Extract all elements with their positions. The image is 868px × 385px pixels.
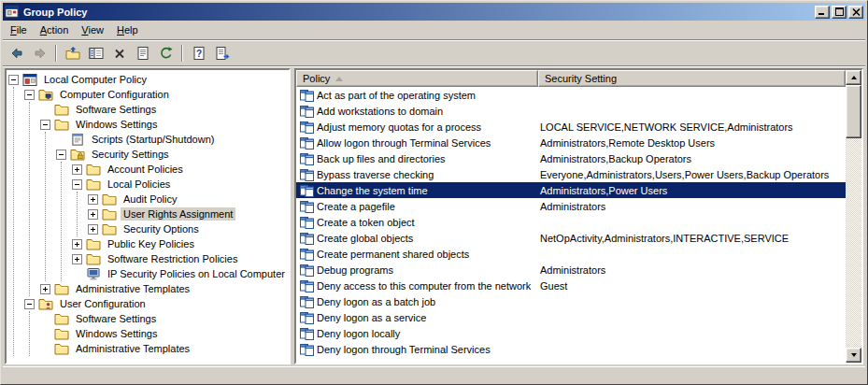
refresh-icon — [159, 46, 174, 61]
tree-item-administrative-templates[interactable]: Administrative Templates — [40, 341, 289, 356]
tree-item-label: Local Policies — [105, 178, 173, 191]
tree-item-local-policies[interactable]: Local Policies — [72, 177, 289, 192]
tree-item-label: Windows Settings — [73, 118, 160, 131]
tree-item-software-settings[interactable]: Software Settings — [40, 102, 289, 117]
tree-item-local-computer-policy[interactable]: Local Computer Policy — [8, 72, 289, 87]
forward-arrow-button[interactable] — [29, 43, 50, 64]
expand-icon[interactable] — [88, 209, 98, 220]
export-list-button[interactable] — [211, 43, 233, 64]
minimize-button[interactable] — [815, 6, 830, 19]
window-title: Group Policy — [21, 7, 811, 18]
main-area: Local Computer PolicyComputer Configurat… — [3, 66, 865, 366]
menu-view[interactable]: View — [75, 21, 110, 38]
tree-item-audit-policy[interactable]: Audit Policy — [88, 192, 289, 207]
policy-cell: Change the system time — [296, 183, 538, 197]
tree-item-software-settings[interactable]: Software Settings — [40, 311, 289, 326]
collapse-icon[interactable] — [56, 150, 66, 160]
column-header-policy[interactable]: Policy — [296, 70, 538, 87]
column-header-policy-label: Policy — [303, 73, 330, 84]
tree-item-label: Computer Configuration — [57, 88, 172, 101]
policy-row-create-permanent-shared-objects[interactable]: Create permanent shared objects — [296, 246, 846, 262]
title-bar[interactable]: Group Policy — [3, 3, 865, 21]
policy-cell: Debug programs — [296, 263, 538, 277]
menu-help[interactable]: Help — [110, 21, 145, 38]
expand-icon[interactable] — [72, 239, 82, 250]
properties-button[interactable] — [132, 43, 153, 64]
back-arrow-button[interactable] — [6, 43, 27, 64]
tree-item-label: Security Settings — [89, 148, 172, 161]
tree-item-security-settings[interactable]: Security Settings — [56, 147, 289, 162]
expand-icon[interactable] — [72, 164, 82, 175]
arrow-up-icon — [851, 76, 857, 79]
policy-row-act-as-part-of-the-operating-system[interactable]: Act as part of the operating system — [296, 87, 846, 103]
tree-item-administrative-templates[interactable]: Administrative Templates — [40, 281, 289, 296]
tree-item-user-configuration[interactable]: User Configuration — [24, 296, 289, 311]
collapse-icon[interactable] — [72, 179, 82, 190]
policy-row-debug-programs[interactable]: Debug programsAdministrators — [296, 262, 846, 278]
policy-row-bypass-traverse-checking[interactable]: Bypass traverse checkingEveryone,Adminis… — [296, 166, 846, 182]
policy-row-create-global-objects[interactable]: Create global objectsNetOpActivity,Admin… — [296, 230, 846, 246]
maximize-button[interactable] — [832, 6, 847, 19]
delete-button[interactable] — [108, 43, 130, 64]
toolbar-separator — [181, 45, 183, 62]
policy-row-create-a-pagefile[interactable]: Create a pagefileAdministrators — [296, 198, 846, 214]
policy-row-deny-logon-through-terminal-services[interactable]: Deny logon through Terminal Services — [296, 341, 846, 357]
expand-icon[interactable] — [40, 284, 50, 294]
policy-row-deny-logon-as-a-batch-job[interactable]: Deny logon as a batch job — [296, 293, 846, 309]
expand-icon[interactable] — [88, 194, 98, 205]
tree-item-security-options[interactable]: Security Options — [88, 221, 289, 236]
tree-item-scripts-startup-shutdown[interactable]: Scripts (Startup/Shutdown) — [56, 132, 289, 147]
tree-item-ip-security-policies-on-local-computer[interactable]: IP Security Policies on Local Computer — [72, 266, 289, 281]
policy-row-deny-logon-locally[interactable]: Deny logon locally — [296, 325, 846, 341]
console-tree: Local Computer PolicyComputer Configurat… — [8, 72, 289, 356]
policy-row-create-a-token-object[interactable]: Create a token object — [296, 214, 846, 230]
collapse-icon[interactable] — [24, 299, 35, 309]
back-arrow-icon — [9, 46, 24, 61]
policy-row-back-up-files-and-directories[interactable]: Back up files and directoriesAdministrat… — [296, 150, 846, 166]
expand-icon[interactable] — [88, 224, 98, 235]
help-button[interactable]: ? — [188, 43, 209, 64]
policy-row-add-workstations-to-domain[interactable]: Add workstations to domain — [296, 103, 846, 119]
scrollbar-down-button[interactable] — [846, 348, 861, 363]
close-button[interactable] — [848, 6, 863, 19]
show-hide-tree-button[interactable] — [85, 43, 107, 64]
collapse-icon[interactable] — [40, 120, 50, 130]
refresh-button[interactable] — [155, 43, 177, 64]
up-level-button[interactable] — [62, 43, 83, 64]
details-pane: Policy Security Setting Act as part of t… — [294, 68, 863, 364]
ipsec-icon — [86, 267, 101, 281]
policy-row-change-the-system-time[interactable]: Change the system timeAdministrators,Pow… — [296, 182, 846, 198]
security-setting-value: Everyone,Administrators,Users,Power User… — [538, 169, 846, 180]
policy-row-allow-logon-through-terminal-services[interactable]: Allow logon through Terminal ServicesAdm… — [296, 135, 846, 150]
policy-row-deny-logon-as-a-service[interactable]: Deny logon as a service — [296, 309, 846, 325]
tree-item-account-policies[interactable]: Account Policies — [72, 162, 289, 177]
policy-cell: Deny logon locally — [296, 326, 538, 340]
policy-cell: Bypass traverse checking — [296, 167, 538, 181]
tree-item-public-key-policies[interactable]: Public Key Policies — [72, 236, 289, 251]
policy-rows: Act as part of the operating systemAdd w… — [296, 87, 846, 363]
tree-item-windows-settings[interactable]: Windows Settings — [40, 117, 289, 132]
delete-icon — [112, 46, 127, 61]
policy-name: Deny logon locally — [317, 328, 400, 339]
menu-action[interactable]: Action — [34, 21, 76, 38]
scrollbar-thumb[interactable] — [846, 85, 861, 138]
folder-user-icon — [38, 297, 53, 311]
policy-cell: Deny access to this computer from the ne… — [296, 278, 538, 292]
tree-item-windows-settings[interactable]: Windows Settings — [40, 326, 289, 341]
expand-icon[interactable] — [72, 254, 82, 264]
policy-row-deny-access-to-this-computer-from-the-network[interactable]: Deny access to this computer from the ne… — [296, 278, 846, 293]
scrollbar-track[interactable] — [846, 85, 861, 348]
menu-file[interactable]: File — [4, 21, 34, 38]
collapse-icon[interactable] — [24, 90, 35, 100]
tree-item-user-rights-assignment[interactable]: User Rights Assignment — [88, 207, 289, 221]
column-header-security-setting[interactable]: Security Setting — [538, 70, 846, 87]
tree-item-software-restriction-policies[interactable]: Software Restriction Policies — [72, 251, 289, 266]
policy-item-icon — [299, 88, 314, 102]
tree-item-computer-configuration[interactable]: Computer Configuration — [24, 87, 289, 102]
toolbar: ? — [3, 40, 865, 66]
scrollbar-up-button[interactable] — [846, 70, 861, 85]
collapse-icon[interactable] — [8, 75, 19, 85]
policy-row-adjust-memory-quotas-for-a-process[interactable]: Adjust memory quotas for a processLOCAL … — [296, 119, 846, 135]
policy-name: Create global objects — [317, 233, 413, 244]
vertical-scrollbar[interactable] — [846, 70, 861, 363]
